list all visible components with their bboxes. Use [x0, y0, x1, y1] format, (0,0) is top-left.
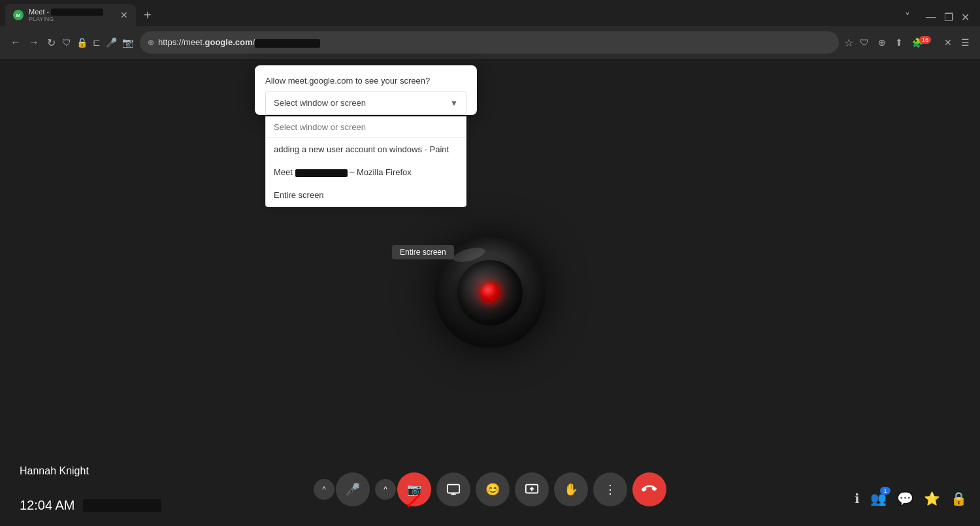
forward-button[interactable]: → — [26, 34, 42, 51]
back-button[interactable]: ← — [8, 34, 24, 51]
nav-icons-left: ← → ↻ 🛡 🔒 ⊏ 🎤 📷 — [8, 34, 135, 52]
lock-icon: 🔒 — [75, 36, 89, 49]
mic-icon: 🎤 — [105, 36, 118, 49]
time-redacted — [83, 499, 161, 512]
more-options-button[interactable]: ⋮ — [593, 472, 627, 506]
right-panel-icons: ℹ 👥 1 💬 ⭐ 🔒 — [855, 491, 967, 506]
tab-right-controls: ˅ — ❐ ✕ — [905, 11, 975, 26]
window-controls: ˅ — ❐ ✕ — [905, 11, 970, 24]
bookmark-star[interactable]: ☆ — [844, 37, 853, 49]
tab-title-area: Meet - PLAYING — [29, 8, 115, 23]
chat-panel-button[interactable]: 💬 — [897, 491, 913, 506]
svg-rect-0 — [448, 485, 459, 493]
people-badge: 1 — [880, 487, 890, 495]
tab-favicon: M — [13, 10, 24, 20]
tab-subtitle: PLAYING — [29, 16, 115, 22]
activities-panel-button[interactable]: ⭐ — [924, 491, 940, 506]
extension-icon-5[interactable]: ✕ — [941, 35, 955, 50]
tab-dropdown-button[interactable]: ˅ — [905, 11, 910, 24]
select-window-button[interactable]: Select window or screen ▼ — [266, 91, 466, 114]
mic-button-group: ^ 🎤 — [314, 472, 370, 506]
raise-hand-button[interactable]: ✋ — [554, 472, 588, 506]
dropdown-item-redacted — [295, 169, 348, 177]
address-url: https://meet.google.com/ — [158, 37, 320, 47]
camera-off-button[interactable]: 📷 — [397, 472, 431, 506]
dropdown-item-paint[interactable]: adding a new user account on windows - P… — [266, 138, 466, 161]
present-screen-button[interactable] — [515, 472, 549, 506]
camera-orb — [434, 237, 546, 348]
screen-share-dialog: Allow meet.google.com to see your screen… — [255, 65, 477, 115]
new-tab-button[interactable]: + — [139, 4, 157, 26]
dropdown-item-firefox[interactable]: Meet – Mozilla Firefox — [266, 161, 466, 184]
dropdown-search-input[interactable] — [266, 117, 466, 138]
extension-icon-4[interactable]: 🧩16 — [909, 35, 938, 50]
extension-icon-1[interactable]: 🛡 — [857, 35, 872, 50]
location-icon: ⊕ — [148, 38, 154, 47]
url-redacted — [255, 39, 320, 48]
nav-bar: ← → ↻ 🛡 🔒 ⊏ 🎤 📷 ⊕ https://meet.google.co… — [0, 26, 980, 59]
minimize-button[interactable]: — — [926, 11, 936, 24]
present-button[interactable] — [436, 472, 470, 506]
tab-title: Meet - — [29, 8, 115, 16]
mic-arrow-button[interactable]: ^ — [314, 479, 335, 500]
lock-panel-button[interactable]: 🔒 — [951, 491, 967, 506]
bottom-toolbar: ^ 🎤 ^ 📷 😊 ✋ ⋮ — [314, 472, 666, 506]
microphone-button[interactable]: 🎤 — [336, 472, 370, 506]
extension-badge: 16 — [919, 36, 931, 44]
shield-icon: 🛡 — [61, 36, 73, 49]
dialog-header: Allow meet.google.com to see your screen… — [255, 65, 477, 91]
refresh-button[interactable]: ↻ — [44, 34, 58, 52]
close-window-button[interactable]: ✕ — [961, 11, 970, 24]
main-content: Hannah Knight 12:04 AM ^ 🎤 ^ 📷 😊 — [0, 59, 980, 526]
extension-icon-2[interactable]: ⊕ — [875, 35, 889, 50]
time-display: 12:04 AM — [20, 498, 161, 513]
split-icon: ⊏ — [91, 36, 102, 49]
people-panel-button[interactable]: 👥 1 — [870, 491, 887, 506]
hamburger-menu[interactable]: ☰ — [958, 35, 972, 50]
dropdown-item-entire-screen[interactable]: Entire screen — [266, 184, 466, 206]
active-tab[interactable]: M Meet - PLAYING ✕ — [5, 4, 136, 26]
camera-button-group: ^ 📷 — [375, 472, 431, 506]
browser-chrome: M Meet - PLAYING ✕ + ˅ — ❐ ✕ ← → — [0, 0, 980, 59]
camera-red-dot — [480, 283, 500, 303]
tab-close-button[interactable]: ✕ — [120, 10, 128, 20]
tab-title-redacted — [51, 8, 103, 16]
tab-bar: M Meet - PLAYING ✕ + ˅ — ❐ ✕ — [0, 0, 980, 26]
chevron-down-icon: ▼ — [450, 99, 458, 108]
emoji-button[interactable]: 😊 — [476, 472, 510, 506]
cam-icon: 📷 — [121, 36, 135, 49]
dropdown-list: adding a new user account on windows - P… — [265, 116, 466, 207]
restore-button[interactable]: ❐ — [944, 11, 953, 24]
user-name-label: Hannah Knight — [20, 465, 89, 477]
dialog-select-wrapper: Select window or screen ▼ adding a new u… — [265, 91, 466, 115]
end-call-button[interactable] — [632, 472, 666, 506]
address-bar[interactable]: ⊕ https://meet.google.com/ — [140, 31, 839, 54]
nav-icons-right: ☆ 🛡 ⊕ ⬆ 🧩16 ✕ ☰ — [844, 35, 972, 50]
info-panel-button[interactable]: ℹ — [855, 491, 860, 506]
camera-lens — [457, 260, 523, 325]
extension-icon-3[interactable]: ⬆ — [892, 35, 906, 50]
camera-arrow-button[interactable]: ^ — [375, 479, 396, 500]
